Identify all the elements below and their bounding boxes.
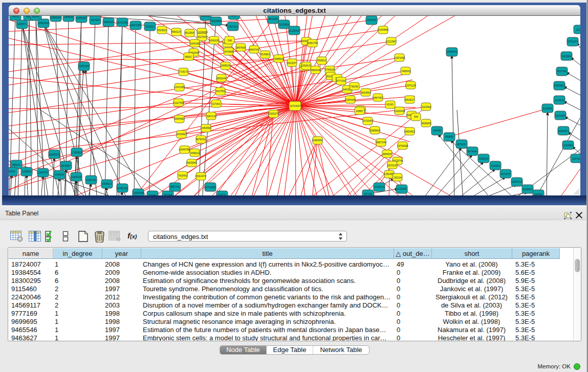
- svg-text:8990448: 8990448: [311, 69, 321, 72]
- svg-text:924506: 924506: [534, 193, 542, 195]
- svg-text:10655287: 10655287: [76, 17, 87, 19]
- svg-text:19654982: 19654982: [173, 118, 185, 120]
- svg-text:15751074: 15751074: [567, 40, 578, 43]
- svg-text:9115460: 9115460: [422, 106, 431, 108]
- svg-text:19654923: 19654923: [404, 130, 415, 133]
- svg-text:546: 546: [228, 39, 232, 42]
- svg-text:8660124: 8660124: [171, 31, 181, 33]
- svg-text:16914479: 16914479: [195, 175, 206, 178]
- svg-text:18724007: 18724007: [290, 105, 301, 107]
- svg-text:62160: 62160: [386, 103, 394, 106]
- svg-text:893892: 893892: [445, 136, 453, 138]
- svg-text:8454749: 8454749: [249, 49, 259, 51]
- svg-text:17957225: 17957225: [85, 179, 97, 182]
- svg-text:12505135: 12505135: [71, 176, 82, 179]
- svg-text:16782759: 16782759: [117, 187, 128, 190]
- svg-text:157231: 157231: [218, 194, 226, 195]
- svg-text:8427552: 8427552: [216, 90, 226, 93]
- svg-text:10046786: 10046786: [179, 148, 190, 151]
- svg-text:8813: 8813: [231, 16, 237, 17]
- svg-text:3498222: 3498222: [190, 152, 200, 155]
- svg-text:20364436: 20364436: [344, 99, 356, 101]
- svg-text:10807487: 10807487: [372, 97, 383, 99]
- svg-text:15716485: 15716485: [205, 186, 216, 189]
- svg-text:594: 594: [414, 116, 418, 118]
- svg-text:252234: 252234: [394, 177, 402, 179]
- svg-text:7625402: 7625402: [178, 174, 188, 177]
- svg-text:3624554: 3624554: [361, 92, 371, 94]
- svg-text:7515527: 7515527: [145, 26, 155, 28]
- svg-text:6794028: 6794028: [325, 69, 335, 71]
- svg-text:116753: 116753: [572, 158, 580, 160]
- svg-text:10973493: 10973493: [394, 57, 405, 59]
- svg-text:8322037: 8322037: [287, 62, 297, 64]
- svg-text:16033: 16033: [12, 16, 19, 18]
- svg-text:9329966: 9329966: [562, 55, 572, 58]
- svg-text:157164: 157164: [364, 193, 372, 195]
- svg-text:9146821: 9146821: [261, 53, 271, 56]
- svg-text:12923445: 12923445: [133, 192, 144, 194]
- svg-text:10654112: 10654112: [512, 181, 522, 183]
- svg-text:20053346: 20053346: [78, 65, 90, 68]
- svg-text:9777169: 9777169: [336, 80, 346, 82]
- svg-text:164095: 164095: [433, 129, 441, 132]
- svg-text:9245652: 9245652: [523, 188, 533, 191]
- svg-text:8186328: 8186328: [209, 39, 219, 42]
- svg-text:1244415: 1244415: [555, 99, 564, 102]
- svg-text:92345: 92345: [149, 194, 156, 195]
- svg-text:985001: 985001: [12, 164, 20, 166]
- svg-text:10958117: 10958117: [102, 183, 113, 185]
- svg-text:317003: 317003: [212, 103, 220, 105]
- svg-text:12942757: 12942757: [37, 171, 49, 174]
- svg-text:2935114: 2935114: [479, 158, 489, 160]
- svg-text:12213383: 12213383: [174, 86, 185, 89]
- svg-text:14353594: 14353594: [200, 127, 211, 129]
- svg-text:11325419: 11325419: [289, 30, 300, 32]
- svg-text:17016504: 17016504: [562, 144, 574, 147]
- svg-text:15300275: 15300275: [268, 113, 279, 115]
- svg-text:9699695: 9699695: [422, 122, 431, 125]
- svg-text:15409949: 15409949: [186, 162, 197, 164]
- svg-text:2867608: 2867608: [236, 47, 246, 49]
- svg-text:1527602: 1527602: [91, 19, 100, 21]
- svg-text:9975857: 9975857: [61, 165, 71, 167]
- svg-text:15720407: 15720407: [362, 120, 374, 122]
- svg-text:1588520: 1588520: [274, 58, 284, 60]
- svg-text:12213967: 12213967: [385, 40, 397, 43]
- svg-text:2718176: 2718176: [179, 71, 188, 73]
- svg-text:16033809: 16033809: [210, 20, 222, 23]
- svg-text:1405571: 1405571: [17, 23, 27, 26]
- svg-text:18807249: 18807249: [375, 141, 386, 144]
- svg-text:16210643: 16210643: [555, 115, 566, 117]
- svg-text:7955812: 7955812: [317, 59, 326, 62]
- svg-text:6879197: 6879197: [457, 143, 467, 146]
- svg-text:20206576: 20206576: [49, 154, 60, 156]
- svg-text:2803144: 2803144: [216, 77, 226, 80]
- svg-text:19384554: 19384554: [312, 139, 323, 142]
- svg-text:9227342: 9227342: [557, 70, 567, 73]
- svg-text:39315: 39315: [9, 170, 15, 173]
- svg-text:19166827: 19166827: [176, 133, 187, 136]
- svg-text:8471676: 8471676: [501, 173, 511, 176]
- svg-text:6466160: 6466160: [104, 21, 114, 24]
- svg-text:15692971: 15692971: [558, 130, 569, 133]
- svg-text:98901: 98901: [185, 56, 192, 58]
- svg-text:157164: 157164: [164, 194, 172, 195]
- svg-text:7663822: 7663822: [157, 29, 167, 32]
- svg-text:10107553: 10107553: [173, 102, 184, 104]
- svg-text:12093822: 12093822: [554, 84, 565, 87]
- svg-text:3675685: 3675685: [224, 51, 234, 53]
- svg-text:2087682: 2087682: [367, 19, 377, 21]
- svg-text:9684067: 9684067: [383, 153, 393, 156]
- svg-text:9857791: 9857791: [170, 186, 180, 188]
- svg-text:16961758: 16961758: [307, 42, 318, 45]
- svg-text:16154808: 16154808: [377, 29, 388, 31]
- svg-text:8878332: 8878332: [196, 138, 206, 141]
- svg-text:1086532: 1086532: [64, 16, 74, 18]
- svg-text:12975125: 12975125: [405, 84, 416, 87]
- svg-text:1615132: 1615132: [387, 164, 397, 167]
- svg-text:7357224: 7357224: [228, 26, 238, 28]
- svg-text:8215955: 8215955: [543, 107, 553, 110]
- svg-text:746266: 746266: [350, 85, 358, 88]
- svg-text:19218506: 19218506: [278, 24, 290, 26]
